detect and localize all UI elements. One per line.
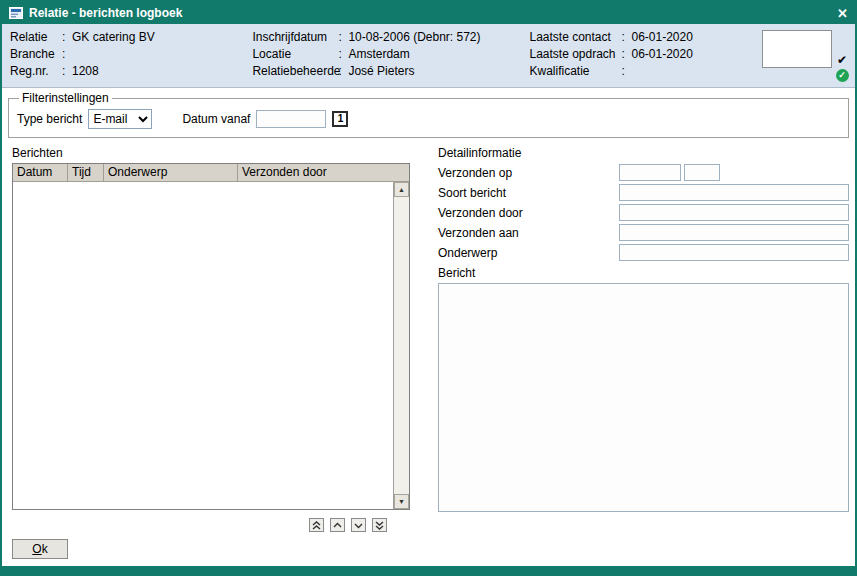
verzonden-aan-label: Verzonden aan <box>438 226 619 240</box>
photo-area: ✔ ✓ <box>762 30 849 83</box>
verzonden-op-datum-input[interactable] <box>619 164 681 181</box>
locatie-value: Amsterdam <box>348 47 409 62</box>
onderwerp-input[interactable] <box>619 244 849 261</box>
type-bericht-label: Type bericht <box>17 112 82 126</box>
green-check-icon: ✓ <box>836 69 849 82</box>
messages-pane: Berichten Datum Tijd Onderwerp Verzonden… <box>12 144 410 532</box>
soort-bericht-label: Soort bericht <box>438 186 619 200</box>
bottom-border-strip <box>2 566 855 575</box>
inschrijfdatum-label: Inschrijfdatum <box>252 30 338 45</box>
detail-pane: Detailinformatie Verzonden op Soort beri… <box>438 144 849 532</box>
header-column-1: Relatie:GK catering BV Branche: Reg.nr.:… <box>10 30 252 83</box>
window-icon <box>9 7 23 19</box>
ok-button[interactable]: Ok <box>12 539 68 559</box>
last-record-button[interactable] <box>372 518 387 532</box>
laatste-opdracht-label: Laatste opdrach <box>529 47 621 62</box>
filter-fieldset: Filterinstellingen Type bericht E-mail D… <box>8 91 849 138</box>
messages-table-body[interactable] <box>13 182 393 509</box>
kwalificatie-label: Kwalificatie <box>529 64 621 79</box>
datum-vanaf-input[interactable] <box>256 110 326 128</box>
relatie-label: Relatie <box>10 30 62 45</box>
window-title: Relatie - berichten logboek <box>29 6 182 20</box>
relatiebeheerder-label: Relatiebeheerde <box>252 64 338 79</box>
record-navigation <box>309 518 410 532</box>
messages-table: Datum Tijd Onderwerp Verzonden door ▲ ▼ <box>12 163 410 510</box>
filter-legend: Filterinstellingen <box>19 91 112 105</box>
onderwerp-label: Onderwerp <box>438 246 619 260</box>
type-bericht-select[interactable]: E-mail <box>88 109 152 129</box>
footer-bar: Ok <box>2 532 855 566</box>
verzonden-op-tijd-input[interactable] <box>684 164 720 181</box>
title-bar: Relatie - berichten logboek ✕ <box>2 2 855 24</box>
branche-label: Branche <box>10 47 62 62</box>
status-marks: ✔ ✓ <box>835 30 849 83</box>
messages-table-header: Datum Tijd Onderwerp Verzonden door <box>13 164 409 182</box>
locatie-label: Locatie <box>252 47 338 62</box>
main-content: Berichten Datum Tijd Onderwerp Verzonden… <box>2 140 855 532</box>
detailinformatie-title: Detailinformatie <box>438 146 849 160</box>
calendar-icon[interactable]: 1 <box>332 111 348 127</box>
berichten-title: Berichten <box>12 146 410 160</box>
column-header-verzonden-door[interactable]: Verzonden door <box>238 164 409 182</box>
previous-record-button[interactable] <box>330 518 345 532</box>
filter-section: Filterinstellingen Type bericht E-mail D… <box>2 88 855 140</box>
first-record-button[interactable] <box>309 518 324 532</box>
column-header-tijd[interactable]: Tijd <box>68 164 104 182</box>
laatste-opdracht-value: 06-01-2020 <box>631 47 692 62</box>
relatiebeheerder-value: José Pieters <box>348 64 414 79</box>
verzonden-op-label: Verzonden op <box>438 166 619 180</box>
next-record-button[interactable] <box>351 518 366 532</box>
relation-header: Relatie:GK catering BV Branche: Reg.nr.:… <box>2 24 855 88</box>
close-icon[interactable]: ✕ <box>837 7 848 20</box>
relatie-value: GK catering BV <box>72 30 155 45</box>
laatste-contact-value: 06-01-2020 <box>631 30 692 45</box>
header-column-2: Inschrijfdatum:10-08-2006 (Debnr: 572) L… <box>252 30 529 83</box>
scroll-down-icon[interactable]: ▼ <box>394 494 409 509</box>
header-column-3: Laatste contact:06-01-2020 Laatste opdra… <box>529 30 762 83</box>
regnr-value: 1208 <box>72 64 99 79</box>
verzonden-door-input[interactable] <box>619 204 849 221</box>
bericht-textarea[interactable] <box>438 283 849 512</box>
datum-vanaf-label: Datum vanaf <box>182 112 250 126</box>
column-header-onderwerp[interactable]: Onderwerp <box>104 164 238 182</box>
verzonden-aan-input[interactable] <box>619 224 849 241</box>
dialog-window: Relatie - berichten logboek ✕ Relatie:GK… <box>0 0 857 576</box>
bericht-label: Bericht <box>438 266 849 280</box>
soort-bericht-input[interactable] <box>619 184 849 201</box>
inschrijfdatum-value: 10-08-2006 (Debnr: 572) <box>348 30 480 45</box>
regnr-label: Reg.nr. <box>10 64 62 79</box>
scroll-up-icon[interactable]: ▲ <box>394 182 409 197</box>
photo-placeholder <box>762 30 832 68</box>
laatste-contact-label: Laatste contact <box>529 30 621 45</box>
verzonden-door-label: Verzonden door <box>438 206 619 220</box>
vertical-scrollbar[interactable]: ▲ ▼ <box>393 182 409 509</box>
column-header-datum[interactable]: Datum <box>13 164 68 182</box>
checked-checkbox-icon[interactable]: ✔ <box>837 54 847 66</box>
